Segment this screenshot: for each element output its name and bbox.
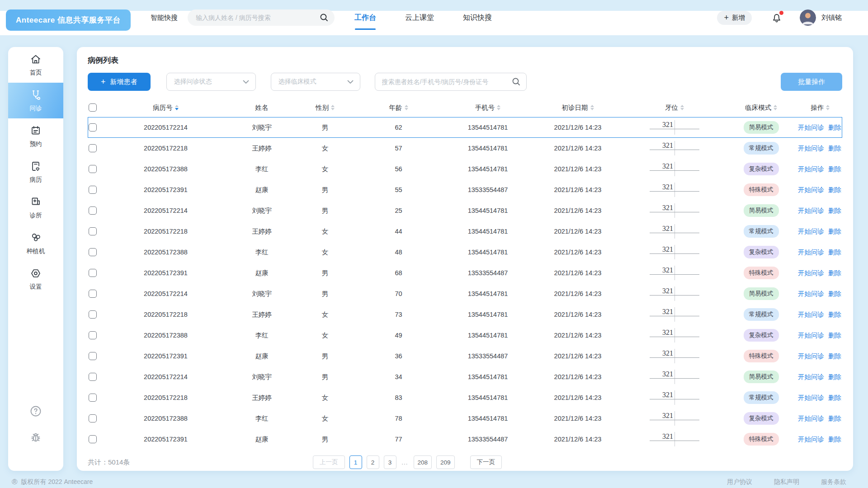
row-checkbox[interactable]	[89, 414, 97, 422]
search-icon[interactable]	[511, 77, 521, 89]
page-number-button[interactable]: ...	[401, 455, 409, 469]
page-number-button[interactable]: 1	[349, 455, 362, 469]
row-checkbox[interactable]	[89, 248, 97, 256]
table-row[interactable]: 202205172214 刘晓宇 男 62 13544514781 2021/1…	[88, 117, 842, 138]
sort-icon[interactable]	[774, 105, 777, 110]
start-consultation-link[interactable]: 开始问诊	[798, 248, 824, 257]
delete-link[interactable]: 删除	[828, 248, 841, 257]
search-icon[interactable]	[319, 13, 329, 24]
table-row[interactable]: 202205172391 赵康 男 77 13533554487 2021/12…	[88, 429, 842, 450]
row-checkbox[interactable]	[89, 290, 97, 298]
notification-bell-icon[interactable]	[771, 12, 783, 23]
footer-link-user-agreement[interactable]: 用户协议	[727, 478, 752, 486]
table-row[interactable]: 202205172391 赵康 男 55 13533554487 2021/12…	[88, 179, 842, 200]
header-search-input[interactable]	[188, 9, 335, 26]
table-row[interactable]: 202205172388 李红 女 56 13544514781 2021/12…	[88, 159, 842, 179]
row-checkbox[interactable]	[89, 186, 97, 194]
sort-icon[interactable]	[680, 105, 684, 110]
start-consultation-link[interactable]: 开始问诊	[798, 144, 824, 153]
nav-tab-knowledge-search[interactable]: 知识快搜	[463, 5, 492, 30]
column-header-age[interactable]: 年龄	[352, 103, 445, 112]
delete-link[interactable]: 删除	[828, 414, 841, 423]
sort-icon[interactable]	[331, 105, 335, 110]
table-row[interactable]: 202205172218 王婷婷 女 73 13544514781 2021/1…	[88, 304, 842, 325]
start-consultation-link[interactable]: 开始问诊	[798, 186, 824, 194]
start-consultation-link[interactable]: 开始问诊	[798, 206, 824, 215]
sidebar-item-clinic[interactable]: 诊所	[8, 190, 63, 225]
column-header-tooth-position[interactable]: 牙位	[625, 103, 724, 112]
column-header-phone[interactable]: 手机号	[445, 103, 531, 112]
start-consultation-link[interactable]: 开始问诊	[798, 373, 824, 381]
column-header-first-visit[interactable]: 初诊日期	[531, 103, 625, 112]
start-consultation-link[interactable]: 开始问诊	[798, 414, 824, 423]
table-row[interactable]: 202205172388 李红 女 78 13544514781 2021/12…	[88, 408, 842, 429]
sort-icon[interactable]	[826, 105, 830, 110]
help-icon[interactable]	[29, 405, 42, 419]
next-page-button[interactable]: 下一页	[470, 455, 502, 469]
row-checkbox[interactable]	[89, 165, 97, 173]
start-consultation-link[interactable]: 开始问诊	[798, 310, 824, 319]
start-consultation-link[interactable]: 开始问诊	[798, 227, 824, 236]
table-row[interactable]: 202205172214 刘晓宇 男 70 13544514781 2021/1…	[88, 283, 842, 304]
row-checkbox[interactable]	[89, 206, 97, 215]
start-consultation-link[interactable]: 开始问诊	[798, 165, 824, 174]
sidebar-item-settings[interactable]: 设置	[8, 261, 63, 297]
avatar[interactable]	[800, 9, 816, 26]
column-header-actions[interactable]: 操作	[798, 103, 842, 112]
footer-link-privacy[interactable]: 隐私声明	[774, 478, 799, 486]
page-number-button[interactable]: 3	[384, 455, 396, 469]
row-checkbox[interactable]	[89, 435, 97, 443]
delete-link[interactable]: 删除	[828, 206, 841, 215]
start-consultation-link[interactable]: 开始问诊	[798, 394, 824, 402]
table-row[interactable]: 202205172391 赵康 男 68 13533554487 2021/12…	[88, 263, 842, 283]
table-row[interactable]: 202205172391 赵康 男 36 13533554487 2021/12…	[88, 346, 842, 366]
prev-page-button[interactable]: 上一页	[313, 455, 345, 469]
column-header-gender[interactable]: 性别	[298, 103, 352, 112]
table-row[interactable]: 202205172214 刘晓宇 男 34 13544514781 2021/1…	[88, 366, 842, 387]
start-consultation-link[interactable]: 开始问诊	[798, 269, 824, 277]
sort-icon[interactable]	[175, 105, 179, 110]
page-number-button[interactable]: 2	[367, 455, 379, 469]
sort-icon[interactable]	[497, 105, 500, 110]
table-row[interactable]: 202205172214 刘晓宇 男 25 13544514781 2021/1…	[88, 200, 842, 221]
row-checkbox[interactable]	[89, 331, 97, 339]
delete-link[interactable]: 删除	[828, 269, 841, 277]
bug-report-icon[interactable]	[29, 431, 42, 446]
row-checkbox[interactable]	[89, 227, 97, 235]
consult-status-select[interactable]: 选择问诊状态	[166, 73, 256, 91]
nav-tab-workbench[interactable]: 工作台	[354, 5, 376, 30]
page-number-button[interactable]: 208	[414, 455, 432, 469]
delete-link[interactable]: 删除	[828, 435, 841, 444]
sidebar-item-medical-records[interactable]: 病历	[8, 154, 63, 190]
delete-link[interactable]: 删除	[828, 290, 841, 298]
sort-icon[interactable]	[405, 105, 408, 110]
user-name[interactable]: 刘镇铭	[821, 14, 842, 22]
delete-link[interactable]: 删除	[828, 352, 841, 361]
row-checkbox[interactable]	[89, 269, 97, 277]
batch-operation-button[interactable]: 批量操作	[781, 73, 842, 91]
table-row[interactable]: 202205172218 王婷婷 女 83 13544514781 2021/1…	[88, 387, 842, 408]
sidebar-item-implant-machine[interactable]: 种植机	[8, 225, 63, 261]
column-header-record-no[interactable]: 病历号	[106, 103, 226, 112]
row-checkbox[interactable]	[89, 123, 97, 131]
row-checkbox[interactable]	[89, 144, 97, 152]
delete-link[interactable]: 删除	[828, 227, 841, 236]
footer-link-terms[interactable]: 服务条款	[821, 478, 846, 486]
sidebar-item-consultation[interactable]: 问诊	[8, 83, 63, 118]
delete-link[interactable]: 删除	[828, 310, 841, 319]
delete-link[interactable]: 删除	[828, 123, 841, 132]
table-row[interactable]: 202205172388 李红 女 48 13544514781 2021/12…	[88, 242, 842, 263]
nav-tab-cloud-classroom[interactable]: 云上课堂	[405, 5, 434, 30]
patient-search-input[interactable]	[375, 73, 527, 91]
table-row[interactable]: 202205172388 李红 女 49 13544514781 2021/12…	[88, 325, 842, 346]
table-row[interactable]: 202205172218 王婷婷 女 57 13544514781 2021/1…	[88, 138, 842, 159]
select-all-checkbox[interactable]	[89, 103, 97, 112]
row-checkbox[interactable]	[89, 394, 97, 402]
start-consultation-link[interactable]: 开始问诊	[798, 290, 824, 298]
page-number-button[interactable]: 209	[436, 455, 455, 469]
delete-link[interactable]: 删除	[828, 331, 841, 340]
table-row[interactable]: 202205172218 王婷婷 女 44 13544514781 2021/1…	[88, 221, 842, 242]
start-consultation-link[interactable]: 开始问诊	[798, 352, 824, 361]
column-header-clinical-mode[interactable]: 临床模式	[724, 103, 798, 112]
add-patient-button[interactable]: + 新增患者	[88, 73, 151, 91]
